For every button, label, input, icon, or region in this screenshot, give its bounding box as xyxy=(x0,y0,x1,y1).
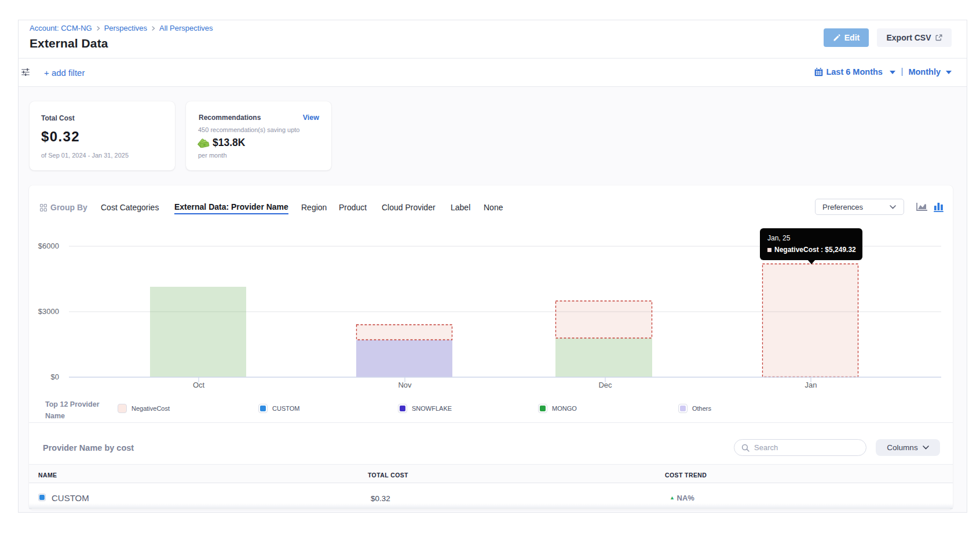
svg-text:Oct: Oct xyxy=(193,381,205,389)
svg-text:Nov: Nov xyxy=(398,381,412,389)
svg-text:Dec: Dec xyxy=(598,381,612,389)
svg-text:$3000: $3000 xyxy=(38,307,59,316)
svg-text:$6000: $6000 xyxy=(38,242,59,250)
svg-text:$0: $0 xyxy=(51,373,59,381)
svg-text:Jan: Jan xyxy=(805,381,817,389)
